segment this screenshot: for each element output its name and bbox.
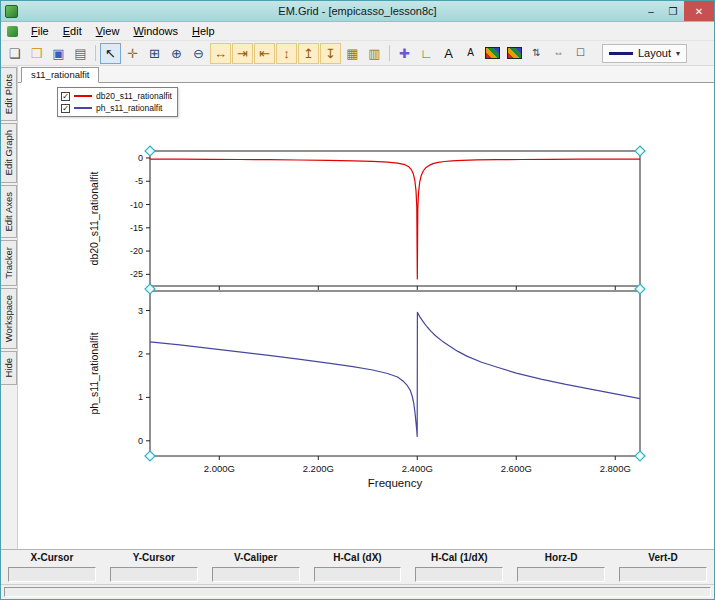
minimize-button[interactable]: – — [640, 1, 662, 21]
layout-dropdown-label: Layout — [638, 47, 671, 59]
graph-panel: s11_rationalfit 0-5-10-15-20-25db20_s11_… — [17, 66, 714, 549]
fit-x-icon[interactable]: ↔ — [210, 43, 231, 64]
copy-image-icon[interactable] — [504, 43, 525, 64]
snap-grid-icon[interactable]: ▥ — [364, 43, 385, 64]
status-bar — [1, 584, 714, 599]
print-icon[interactable]: ▤ — [70, 43, 91, 64]
cursor-table-header-row: X-CursorY-CursorV-CaliperH-Cal (dX)H-Cal… — [1, 550, 714, 565]
menu-item-help[interactable]: Help — [185, 23, 222, 39]
x-axis-label: Frequency — [368, 477, 423, 489]
cursor-column-header: X-Cursor — [1, 550, 103, 565]
document-icon — [7, 26, 18, 37]
expand-y-icon[interactable]: ↥ — [298, 43, 319, 64]
y-tick-label: 1 — [138, 392, 143, 402]
frame-box-icon[interactable]: ☐ — [570, 43, 591, 64]
y-tick-label: 0 — [138, 436, 143, 446]
zoom-window-icon[interactable]: ⊞ — [144, 43, 165, 64]
cursor-column-header: Y-Cursor — [103, 550, 205, 565]
side-tab-edit-axes[interactable]: Edit Axes — [1, 185, 17, 239]
plot-frame[interactable] — [150, 151, 640, 286]
side-tab-label: Tracker — [3, 247, 14, 279]
caliper-icon[interactable]: ⇔ — [548, 43, 569, 64]
plot-tab-s11-rationalfit[interactable]: s11_rationalfit — [21, 67, 99, 83]
side-tab-tracker[interactable]: Tracker — [1, 240, 17, 286]
legend-checkbox[interactable]: ✓ — [61, 92, 70, 101]
menu-bar-items: FileEditViewWindowsHelp — [24, 23, 222, 39]
add-text-icon[interactable]: A — [438, 43, 459, 64]
content-area: Edit PlotsEdit GraphEdit AxesTrackerWork… — [1, 66, 714, 549]
chevron-down-icon: ▾ — [676, 49, 680, 58]
side-tab-label: Edit Axes — [3, 192, 14, 232]
spin-box-icon[interactable]: ⇅ — [526, 43, 547, 64]
shrink-y-icon[interactable]: ↧ — [320, 43, 341, 64]
new-file-icon[interactable]: ❏ — [4, 43, 25, 64]
menu-item-view[interactable]: View — [89, 23, 127, 39]
cursor-value-cell — [314, 567, 402, 582]
select-arrow-icon[interactable]: ↖ — [100, 43, 121, 64]
grid-icon[interactable]: ▦ — [342, 43, 363, 64]
side-tab-label: Workspace — [3, 295, 14, 342]
y-tick-label: 0 — [138, 153, 143, 163]
legend-label: ph_s11_rationalfit — [96, 103, 162, 113]
layout-dropdown[interactable]: Layout ▾ — [602, 44, 687, 63]
title-bar[interactable]: EM.Grid - [empicasso_lesson8c] – ❐ ✕ — [1, 1, 714, 22]
menu-item-file[interactable]: File — [24, 23, 56, 39]
cursor-value-cell — [619, 567, 707, 582]
pan-icon[interactable]: ✛ — [122, 43, 143, 64]
cursor-table-value-row — [1, 565, 714, 584]
shrink-x-icon[interactable]: ⇤ — [254, 43, 275, 64]
zoom-in-icon[interactable]: ⊕ — [166, 43, 187, 64]
app-window: EM.Grid - [empicasso_lesson8c] – ❐ ✕ Fil… — [0, 0, 715, 600]
open-folder-icon[interactable]: ❒ — [26, 43, 47, 64]
cursor-column-header: H-Cal (dX) — [307, 550, 409, 565]
legend-checkbox[interactable]: ✓ — [61, 104, 70, 113]
font-icon[interactable]: A — [460, 43, 481, 64]
maximize-button[interactable]: ❐ — [662, 1, 684, 21]
y-tick-label: -20 — [130, 246, 143, 256]
expand-x-icon[interactable]: ⇥ — [232, 43, 253, 64]
menu-item-windows[interactable]: Windows — [126, 23, 185, 39]
plot-frame[interactable] — [150, 291, 640, 456]
save-icon[interactable]: ▣ — [48, 43, 69, 64]
image-icon[interactable] — [482, 43, 503, 64]
close-button[interactable]: ✕ — [684, 1, 714, 21]
status-message-field — [4, 587, 711, 597]
plot-tab-bar: s11_rationalfit — [18, 66, 714, 83]
menu-bar: FileEditViewWindowsHelp — [1, 22, 714, 41]
legend-line-sample — [74, 107, 92, 109]
cursor-column-header: Vert-D — [612, 550, 714, 565]
fit-y-icon[interactable]: ↕ — [276, 43, 297, 64]
legend: ✓db20_s11_rationalfit✓ph_s11_rationalfit — [57, 87, 178, 117]
legend-label: db20_s11_rationalfit — [96, 91, 172, 101]
y-tick-label: -15 — [130, 223, 143, 233]
side-tab-edit-graph[interactable]: Edit Graph — [1, 123, 17, 182]
cursor-value-cell — [8, 567, 96, 582]
side-tab-hide[interactable]: Hide — [1, 351, 17, 385]
cursor-readout-table: X-CursorY-CursorV-CaliperH-Cal (dX)H-Cal… — [1, 549, 714, 584]
side-tab-edit-plots[interactable]: Edit Plots — [1, 67, 17, 121]
x-tick-label: 2.600G — [501, 463, 532, 474]
toolbar-separator — [389, 45, 390, 61]
y-tick-label: -10 — [130, 200, 143, 210]
legend-line-sample — [74, 95, 92, 97]
menu-item-edit[interactable]: Edit — [56, 23, 89, 39]
side-tab-strip: Edit PlotsEdit GraphEdit AxesTrackerWork… — [1, 66, 17, 549]
cursor-value-cell — [517, 567, 605, 582]
side-tab-workspace[interactable]: Workspace — [1, 288, 17, 349]
line-style-icon — [609, 52, 633, 55]
chart-canvas[interactable]: 0-5-10-15-20-25db20_s11_rationalfit01232… — [18, 83, 714, 550]
add-axes-icon[interactable]: ∟ — [416, 43, 437, 64]
toolbar-icons: ❏❒▣▤↖✛⊞⊕⊖↔⇥⇤↕↥↧▦▥✚∟AA⇅⇔☐ — [4, 43, 591, 64]
y-tick-label: 2 — [138, 349, 143, 359]
x-tick-label: 2.200G — [303, 463, 334, 474]
cursor-column-header: Horz-D — [510, 550, 612, 565]
zoom-out-icon[interactable]: ⊖ — [188, 43, 209, 64]
legend-item: ✓db20_s11_rationalfit — [61, 90, 172, 102]
image-icon — [485, 47, 500, 59]
toolbar-separator — [95, 45, 96, 61]
plot-canvas[interactable]: 0-5-10-15-20-25db20_s11_rationalfit01232… — [18, 83, 714, 549]
add-marker-icon[interactable]: ✚ — [394, 43, 415, 64]
y-axis-label: db20_s11_rationalfit — [88, 172, 100, 266]
x-tick-label: 2.800G — [600, 463, 631, 474]
y-axis-label: ph_s11_rationalfit — [88, 332, 100, 414]
